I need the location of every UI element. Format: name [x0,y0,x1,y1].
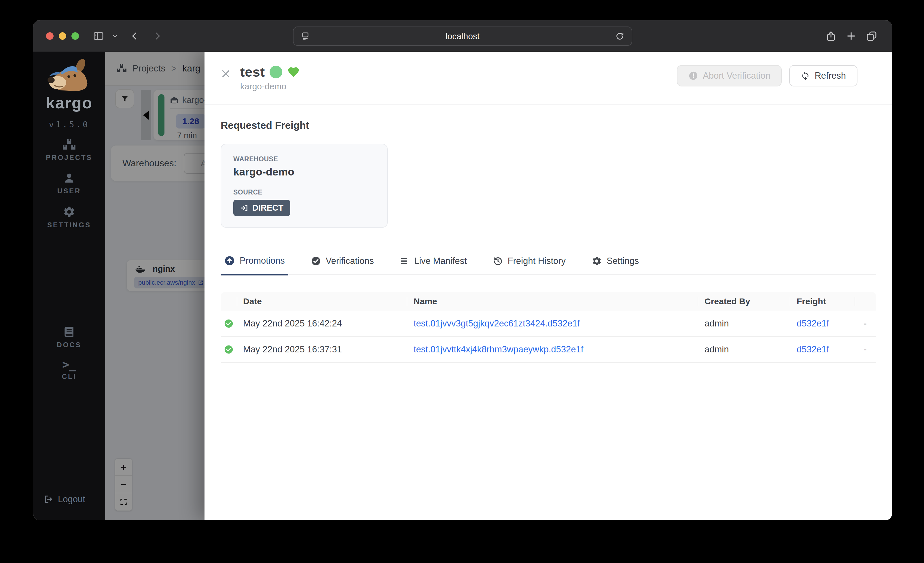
table-row[interactable]: May 22nd 2025 16:42:24 test.01jvvv3gt5gj… [220,311,876,336]
col-date: Date [237,292,407,311]
check-circle-icon [311,256,321,266]
sidebar-item-settings[interactable]: SETTINGS [47,206,91,229]
list-icon [400,256,410,266]
share-icon[interactable] [825,30,837,42]
projects-icon [63,139,75,151]
tab-overview-icon[interactable] [866,30,878,42]
address-bar[interactable]: localhost [293,27,632,46]
tab-live-manifest[interactable]: Live Manifest [396,255,470,274]
close-icon[interactable] [220,69,231,79]
promotion-date: May 22nd 2025 16:42:24 [237,311,407,336]
zoom-window-button[interactable] [71,32,79,40]
warehouse-value: kargo-demo [233,166,375,178]
user-icon [63,172,75,184]
sidebar-item-projects[interactable]: PROJECTS [46,139,92,162]
col-created-by: Created By [698,292,790,311]
freight-link[interactable]: d532e1f [797,344,829,354]
tab-settings[interactable]: Settings [588,255,642,274]
col-name: Name [407,292,698,311]
tab-promotions[interactable]: Promotions [220,255,288,275]
freight-request-card: WAREHOUSE kargo-demo SOURCE DIRECT [220,144,388,228]
exclamation-circle-icon [688,71,698,81]
logout-icon [44,494,53,504]
app-sidebar: kargo v1.5.0 PROJECTS [33,52,105,520]
sidebar-item-cli[interactable]: >_ CLI [62,359,76,381]
stage-title: test [240,64,265,80]
drawer-tabs: Promotions Verifications L [220,255,876,275]
gear-icon [63,206,75,218]
source-label: SOURCE [233,188,375,196]
promotion-success-icon [220,345,237,354]
promotions-table: Date Name Created By Freight [220,292,876,363]
history-clock-icon [493,256,503,266]
refresh-button[interactable]: Refresh [789,65,858,86]
direct-login-icon [240,204,248,212]
page-format-icon[interactable] [300,32,310,41]
promotion-created-by: admin [698,311,790,336]
promotion-created-by: admin [698,336,790,362]
promotion-date: May 22nd 2025 16:37:31 [237,336,407,362]
sync-icon [801,71,810,80]
forward-icon[interactable] [152,31,162,41]
sidebar-toggle-icon[interactable] [93,30,104,42]
arrow-up-circle-icon [224,255,235,266]
col-freight: Freight [790,292,855,311]
freight-link[interactable]: d532e1f [797,318,829,329]
table-row[interactable]: May 22nd 2025 16:37:31 test.01jvvttk4xj4… [220,336,876,362]
requested-freight-heading: Requested Freight [220,120,876,131]
reload-icon[interactable] [615,32,625,41]
tab-verifications[interactable]: Verifications [308,255,377,274]
kargo-wordmark: kargo [46,93,93,112]
tab-freight-history[interactable]: Freight History [489,255,569,274]
docs-icon [63,326,75,338]
traffic-lights [46,32,79,40]
browser-window: localhost [33,20,892,520]
chevron-down-icon[interactable] [112,33,118,39]
browser-titlebar: localhost [33,20,892,52]
stage-details-drawer: test kargo-demo [204,52,892,520]
app-version: v1.5.0 [49,120,90,129]
healthy-heart-icon [287,66,300,78]
new-tab-icon[interactable] [845,30,857,42]
promotion-extra: - [855,336,876,362]
abort-verification-button[interactable]: Abort Verification [677,65,782,86]
promotion-name-link[interactable]: test.01jvvv3gt5gjkqv2ec61zt3424.d532e1f [414,318,580,329]
url-text[interactable]: localhost [310,32,615,41]
stage-project-subtitle: kargo-demo [240,81,300,92]
gear-icon [592,256,602,266]
warehouse-label: WAREHOUSE [233,155,375,163]
kargo-logo-icon [44,59,94,93]
promotion-extra: - [855,311,876,336]
back-icon[interactable] [130,31,140,41]
close-window-button[interactable] [46,32,54,40]
terminal-icon: >_ [62,359,76,370]
promotion-name-link[interactable]: test.01jvvttk4xj4k8rhm3wpaeywkp.d532e1f [414,344,583,354]
minimize-window-button[interactable] [59,32,66,40]
logout-button[interactable]: Logout [44,494,85,504]
source-direct-badge: DIRECT [233,200,290,216]
promotion-success-icon [220,319,237,329]
sidebar-item-docs[interactable]: DOCS [57,326,81,349]
table-header-row: Date Name Created By Freight [220,292,876,311]
stage-color-dot-icon [270,66,282,78]
sidebar-item-user[interactable]: USER [57,172,81,195]
